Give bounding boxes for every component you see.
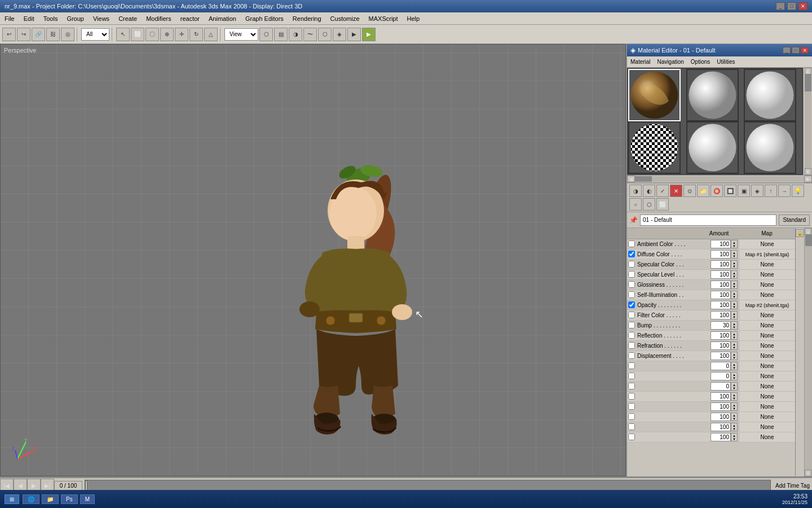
- spheres-scroll-down[interactable]: ▼: [805, 168, 811, 175]
- map-amount-filter-color[interactable]: [710, 311, 731, 319]
- maps-lock-button[interactable]: 🔒: [796, 229, 804, 237]
- map-amount-displacement[interactable]: [710, 352, 731, 360]
- rotate-button[interactable]: ↻: [189, 28, 203, 41]
- map-type-opacity[interactable]: Map #2 (shenit.tga): [739, 300, 795, 310]
- select-region-button[interactable]: ⬜: [131, 28, 144, 41]
- map-check-glossiness[interactable]: [628, 281, 635, 288]
- map-amount-glossiness[interactable]: [710, 281, 731, 289]
- spheres-hscroll-thumb[interactable]: [635, 176, 652, 182]
- viewport[interactable]: Perspective: [0, 44, 626, 476]
- map-type-diffuse-color[interactable]: Map #1 (shenit.tga): [739, 249, 795, 259]
- taskbar-ie-btn[interactable]: 🌐: [23, 494, 39, 504]
- map-spinner-refraction[interactable]: ▲▼: [731, 341, 738, 350]
- mat-get-material-btn[interactable]: ◑: [629, 185, 642, 197]
- menu-file[interactable]: File: [0, 12, 19, 24]
- map-check-displacement[interactable]: [628, 352, 635, 359]
- layer-button[interactable]: ◑: [289, 28, 302, 41]
- schematic-button[interactable]: ⬡: [318, 28, 332, 41]
- mat-pick-material-btn[interactable]: 💡: [792, 185, 804, 197]
- map-amount-extra4[interactable]: [710, 392, 731, 401]
- mat-box-btn[interactable]: ⬜: [656, 198, 669, 211]
- map-check-extra6[interactable]: [628, 413, 635, 420]
- map-spinner-diffuse-color[interactable]: ▲▼: [731, 250, 738, 259]
- menu-create[interactable]: Create: [114, 12, 142, 24]
- filter-dropdown[interactable]: All: [81, 28, 109, 41]
- map-type-extra5[interactable]: None: [739, 402, 795, 411]
- mat-minimize-button[interactable]: _: [783, 47, 791, 54]
- mat-put-material-btn[interactable]: ◐: [643, 185, 655, 197]
- bind-button[interactable]: ◎: [61, 28, 74, 41]
- menu-edit[interactable]: Edit: [19, 12, 39, 24]
- map-amount-diffuse-color[interactable]: [710, 250, 731, 259]
- select-object-button[interactable]: ⊕: [160, 28, 174, 41]
- map-amount-ambient-color[interactable]: [710, 240, 731, 248]
- map-spinner-specular-level[interactable]: ▲▼: [731, 270, 738, 279]
- redo-button[interactable]: ↪: [17, 28, 30, 41]
- menu-rendering[interactable]: Rendering: [288, 12, 326, 24]
- material-editor-button[interactable]: ◈: [333, 28, 346, 41]
- menu-customize[interactable]: Customize: [326, 12, 364, 24]
- map-spinner-extra6[interactable]: ▲▼: [731, 413, 738, 421]
- map-check-extra3[interactable]: [628, 383, 635, 389]
- maximize-button[interactable]: □: [787, 2, 796, 10]
- map-type-specular-level[interactable]: None: [739, 270, 795, 279]
- mat-show-shaded-btn[interactable]: ◈: [751, 185, 764, 197]
- menu-tools[interactable]: Tools: [39, 12, 63, 24]
- mat-material-effects-btn[interactable]: ⭕: [710, 185, 723, 197]
- spheres-scroll-thumb[interactable]: [805, 75, 811, 91]
- map-check-filter-color[interactable]: [628, 312, 635, 318]
- material-type-button[interactable]: Standard: [779, 214, 810, 226]
- map-spinner-glossiness[interactable]: ▲▼: [731, 281, 738, 289]
- map-spinner-extra1[interactable]: ▲▼: [731, 362, 738, 370]
- mat-reset-btn[interactable]: ✕: [670, 185, 682, 197]
- mat-sphere-3[interactable]: [744, 69, 796, 121]
- map-spinner-extra7[interactable]: ▲▼: [731, 423, 738, 431]
- mat-go-to-parent-btn[interactable]: ↑: [765, 185, 777, 197]
- map-type-glossiness[interactable]: None: [739, 280, 795, 290]
- render-button[interactable]: ▶: [347, 28, 361, 41]
- close-button[interactable]: ✕: [798, 2, 807, 10]
- viewport-dropdown[interactable]: View: [224, 28, 258, 41]
- map-type-specular-color[interactable]: None: [739, 260, 795, 269]
- mat-menu-material[interactable]: Material: [627, 58, 654, 66]
- taskbar-max-btn[interactable]: M: [80, 494, 95, 504]
- maps-scroll-down[interactable]: ▼: [805, 470, 811, 476]
- lasso-button[interactable]: 〇: [145, 28, 159, 41]
- map-type-bump[interactable]: None: [739, 321, 795, 330]
- map-spinner-extra5[interactable]: ▲▼: [731, 402, 738, 411]
- map-type-extra2[interactable]: None: [739, 371, 795, 381]
- map-amount-extra2[interactable]: [710, 372, 731, 380]
- start-btn[interactable]: ⊞: [5, 494, 19, 504]
- map-type-ambient-color[interactable]: None: [739, 239, 795, 249]
- map-spinner-extra4[interactable]: ▲▼: [731, 392, 738, 401]
- move-button[interactable]: ✛: [175, 28, 188, 41]
- mat-sphere-2[interactable]: [686, 69, 739, 121]
- mirror-button[interactable]: ⬡: [259, 28, 273, 41]
- mat-show-map-btn[interactable]: 🔲: [724, 185, 736, 197]
- map-type-extra6[interactable]: None: [739, 412, 795, 422]
- add-time-tag-button[interactable]: Add Time Tag: [773, 481, 812, 490]
- map-amount-extra1[interactable]: [710, 362, 731, 370]
- material-name-input[interactable]: 01 - Default: [640, 214, 776, 226]
- minimize-button[interactable]: _: [776, 2, 785, 10]
- taskbar-app1-btn[interactable]: 📁: [42, 494, 59, 504]
- map-check-self-illum[interactable]: [628, 291, 635, 298]
- menu-maxscript[interactable]: MAXScript: [364, 12, 403, 24]
- map-type-refraction[interactable]: None: [739, 341, 795, 351]
- map-check-extra5[interactable]: [628, 403, 635, 410]
- menu-animation[interactable]: Animation: [204, 12, 241, 24]
- map-spinner-extra8[interactable]: ▲▼: [731, 433, 738, 441]
- map-type-extra3[interactable]: None: [739, 382, 795, 391]
- map-check-opacity[interactable]: [628, 301, 635, 308]
- spheres-scroll-right[interactable]: ▶: [804, 176, 812, 182]
- spheres-scroll-up[interactable]: ▲: [805, 68, 811, 75]
- map-type-extra1[interactable]: None: [739, 361, 795, 371]
- map-type-extra4[interactable]: None: [739, 392, 795, 401]
- map-amount-extra8[interactable]: [710, 433, 731, 441]
- map-amount-self-illum[interactable]: [710, 291, 731, 299]
- mat-sphere-btn[interactable]: ○: [629, 198, 642, 211]
- taskbar-ps-btn[interactable]: Ps: [61, 494, 78, 504]
- map-spinner-ambient-color[interactable]: ▲▼: [731, 240, 738, 248]
- menu-modifiers[interactable]: Modifiers: [142, 12, 176, 24]
- mat-sphere-4[interactable]: [628, 121, 681, 174]
